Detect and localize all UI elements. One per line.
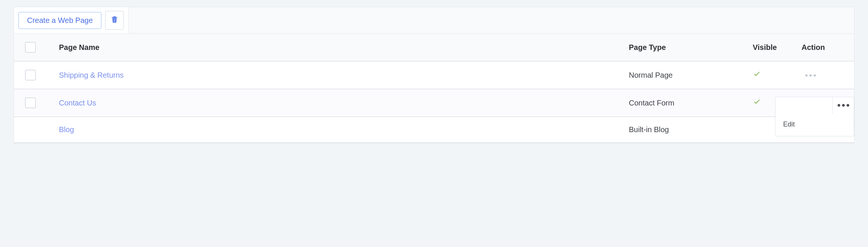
row-actions-button[interactable]: [832, 97, 854, 114]
table-row: Blog Built-in Blog: [14, 117, 854, 143]
row-actions-button[interactable]: [802, 71, 820, 80]
table-row: Shipping & Returns Normal Page: [14, 61, 854, 89]
page-name-link[interactable]: Blog: [59, 125, 74, 134]
page-name-link[interactable]: Shipping & Returns: [59, 71, 124, 79]
header-visible: Visible: [753, 34, 802, 61]
page-type-value: Contact Form: [629, 99, 674, 107]
row-actions-menu: Edit: [775, 97, 854, 136]
table-header-row: Page Name Page Type Visible Action: [14, 34, 854, 61]
create-web-page-button[interactable]: Create a Web Page: [18, 12, 101, 29]
toolbar-actions: Create a Web Page: [14, 7, 129, 33]
page-type-value: Built-in Blog: [629, 125, 669, 134]
menu-item-edit[interactable]: Edit: [776, 114, 854, 136]
delete-button[interactable]: [105, 11, 124, 30]
header-action: Action: [802, 34, 854, 61]
pages-table: Page Name Page Type Visible Action Shipp…: [14, 34, 854, 143]
select-all-checkbox[interactable]: [25, 42, 36, 53]
toolbar-spacer: [129, 7, 854, 33]
row-checkbox[interactable]: [25, 70, 36, 80]
toolbar: Create a Web Page: [14, 7, 854, 34]
check-icon: [753, 99, 761, 108]
header-page-type: Page Type: [629, 34, 753, 61]
check-icon: [753, 72, 761, 80]
web-pages-panel: Create a Web Page Page Name Page Type Vi…: [14, 7, 854, 143]
page-type-value: Normal Page: [629, 71, 673, 79]
page-name-link[interactable]: Contact Us: [59, 99, 96, 107]
row-checkbox[interactable]: [25, 98, 36, 108]
trash-icon: [110, 15, 119, 26]
table-row: Contact Us Contact Form: [14, 89, 854, 117]
header-page-name: Page Name: [59, 34, 629, 61]
